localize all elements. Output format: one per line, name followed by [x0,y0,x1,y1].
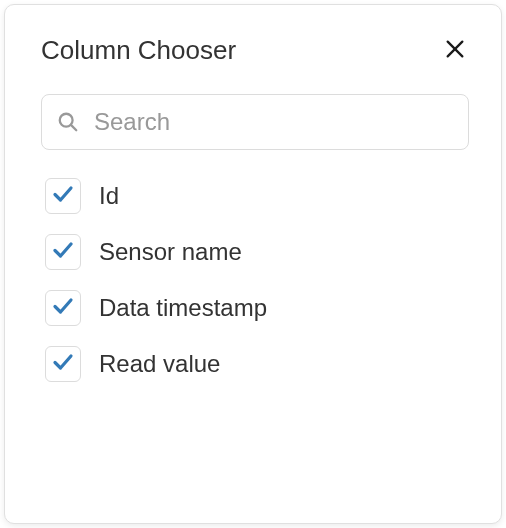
panel-header: Column Chooser [41,35,469,66]
close-button[interactable] [441,37,469,65]
search-input[interactable] [41,94,469,150]
column-item-data-timestamp[interactable]: Data timestamp [45,290,469,326]
column-item-id[interactable]: Id [45,178,469,214]
check-icon [51,238,75,266]
checkbox-sensor-name[interactable] [45,234,81,270]
close-icon [444,38,466,64]
column-label: Sensor name [99,238,242,266]
column-item-sensor-name[interactable]: Sensor name [45,234,469,270]
check-icon [51,182,75,210]
column-label: Id [99,182,119,210]
checkbox-id[interactable] [45,178,81,214]
checkbox-read-value[interactable] [45,346,81,382]
checkbox-data-timestamp[interactable] [45,290,81,326]
column-label: Read value [99,350,220,378]
column-label: Data timestamp [99,294,267,322]
panel-title: Column Chooser [41,35,236,66]
column-chooser-panel: Column Chooser [4,4,502,524]
search-wrapper [41,94,469,150]
check-icon [51,350,75,378]
check-icon [51,294,75,322]
column-item-read-value[interactable]: Read value [45,346,469,382]
columns-list: Id Sensor name Data timestamp [41,178,469,382]
